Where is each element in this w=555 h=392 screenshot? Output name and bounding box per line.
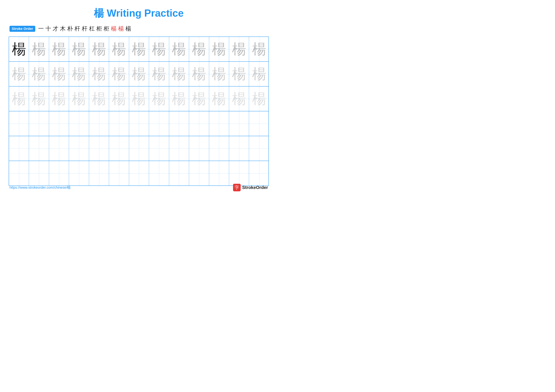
grid-cell[interactable]: 楊 (89, 86, 109, 111)
grid-cell[interactable] (229, 161, 249, 185)
grid-cell[interactable] (29, 111, 49, 136)
grid-cell[interactable] (149, 111, 169, 136)
stroke-order-row: Stroke Order 一 十 才 木 朴 杆 杆 杠 柜 柜 楊 楊 楊 (0, 23, 278, 34)
grid-cell[interactable]: 楊 (209, 62, 229, 86)
footer-url[interactable]: https://www.strokeorder.com/chinese/楊 (9, 185, 71, 190)
grid-cell[interactable]: 楊 (249, 62, 269, 86)
grid-cell[interactable] (209, 111, 229, 136)
grid-cell[interactable] (249, 161, 269, 185)
practice-char: 楊 (32, 89, 46, 108)
grid-cell[interactable] (89, 161, 109, 185)
practice-char: 楊 (212, 89, 226, 108)
grid-cell[interactable]: 楊 (69, 62, 89, 86)
grid-cell[interactable] (49, 136, 69, 161)
grid-cell[interactable] (189, 136, 209, 161)
practice-char: 楊 (132, 40, 146, 59)
grid-cell[interactable] (109, 161, 129, 185)
grid-cell[interactable]: 楊 (169, 37, 189, 61)
grid-cell[interactable]: 楊 (129, 86, 149, 111)
grid-cell[interactable] (29, 161, 49, 185)
practice-char: 楊 (112, 89, 126, 108)
grid-cell[interactable]: 楊 (149, 62, 169, 86)
grid-cell[interactable]: 楊 (149, 86, 169, 111)
practice-char: 楊 (232, 89, 246, 108)
practice-char: 楊 (92, 64, 106, 84)
grid-cell[interactable] (9, 136, 29, 161)
grid-cell[interactable] (249, 111, 269, 136)
grid-cell[interactable]: 楊 (9, 37, 29, 61)
grid-cell[interactable] (189, 161, 209, 185)
grid-cell[interactable]: 楊 (69, 86, 89, 111)
grid-cell[interactable]: 楊 (29, 62, 49, 86)
practice-char: 楊 (52, 89, 66, 108)
grid-cell[interactable]: 楊 (169, 62, 189, 86)
grid-cell[interactable] (29, 136, 49, 161)
grid-cell[interactable] (209, 161, 229, 185)
stroke-10: 柜 (104, 25, 109, 33)
grid-cell[interactable] (169, 161, 189, 185)
practice-char: 楊 (112, 64, 126, 84)
grid-cell[interactable] (229, 136, 249, 161)
grid-cell[interactable]: 楊 (49, 62, 69, 86)
grid-cell[interactable]: 楊 (209, 86, 229, 111)
grid-cell[interactable] (69, 136, 89, 161)
grid-cell[interactable] (149, 161, 169, 185)
grid-cell[interactable]: 楊 (49, 86, 69, 111)
grid-cell[interactable]: 楊 (109, 37, 129, 61)
grid-cell[interactable]: 楊 (249, 86, 269, 111)
grid-cell[interactable] (229, 111, 249, 136)
grid-cell[interactable]: 楊 (249, 37, 269, 61)
grid-cell[interactable]: 楊 (129, 62, 149, 86)
grid-cell[interactable] (149, 136, 169, 161)
grid-cell[interactable] (209, 136, 229, 161)
grid-cell[interactable] (109, 136, 129, 161)
grid-cell[interactable]: 楊 (89, 37, 109, 61)
practice-grid: 楊 楊 楊 楊 楊 楊 楊 楊 楊 楊 楊 楊 楊 楊 楊 楊 楊 楊 楊 楊 … (9, 36, 269, 186)
grid-cell[interactable] (109, 111, 129, 136)
grid-cell[interactable]: 楊 (89, 62, 109, 86)
grid-cell[interactable]: 楊 (189, 86, 209, 111)
grid-cell[interactable] (189, 111, 209, 136)
grid-cell[interactable]: 楊 (109, 86, 129, 111)
grid-cell[interactable] (89, 111, 109, 136)
practice-char: 楊 (232, 40, 246, 59)
grid-cell[interactable]: 楊 (49, 37, 69, 61)
grid-cell[interactable] (169, 136, 189, 161)
grid-cell[interactable]: 楊 (29, 86, 49, 111)
practice-char: 楊 (92, 40, 106, 59)
grid-cell[interactable]: 楊 (69, 37, 89, 61)
grid-cell[interactable]: 楊 (189, 62, 209, 86)
practice-char: 楊 (252, 64, 266, 84)
practice-char: 楊 (72, 40, 86, 59)
grid-cell[interactable] (69, 111, 89, 136)
title-text: Writing Practice (104, 7, 184, 19)
grid-cell[interactable] (9, 161, 29, 185)
grid-cell[interactable] (129, 136, 149, 161)
grid-cell[interactable]: 楊 (209, 37, 229, 61)
grid-cell[interactable]: 楊 (129, 37, 149, 61)
grid-cell[interactable] (169, 111, 189, 136)
grid-cell[interactable] (129, 111, 149, 136)
practice-char: 楊 (192, 89, 206, 108)
grid-cell[interactable]: 楊 (29, 37, 49, 61)
grid-cell[interactable]: 楊 (9, 62, 29, 86)
grid-cell[interactable]: 楊 (149, 37, 169, 61)
grid-cell[interactable]: 楊 (169, 86, 189, 111)
grid-cell[interactable] (89, 136, 109, 161)
grid-cell[interactable] (9, 111, 29, 136)
footer-logo-icon: 字 (233, 184, 241, 191)
grid-cell[interactable] (49, 161, 69, 185)
grid-cell[interactable] (49, 111, 69, 136)
grid-cell[interactable]: 楊 (109, 62, 129, 86)
grid-cell[interactable]: 楊 (229, 62, 249, 86)
grid-cell[interactable] (129, 161, 149, 185)
grid-cell[interactable]: 楊 (229, 37, 249, 61)
grid-cell[interactable] (69, 161, 89, 185)
title-char: 楊 (94, 7, 104, 19)
grid-cell[interactable]: 楊 (9, 86, 29, 111)
grid-cell[interactable]: 楊 (229, 86, 249, 111)
grid-cell[interactable]: 楊 (189, 37, 209, 61)
practice-char: 楊 (172, 89, 186, 108)
grid-cell[interactable] (249, 136, 269, 161)
practice-char: 楊 (212, 64, 226, 84)
